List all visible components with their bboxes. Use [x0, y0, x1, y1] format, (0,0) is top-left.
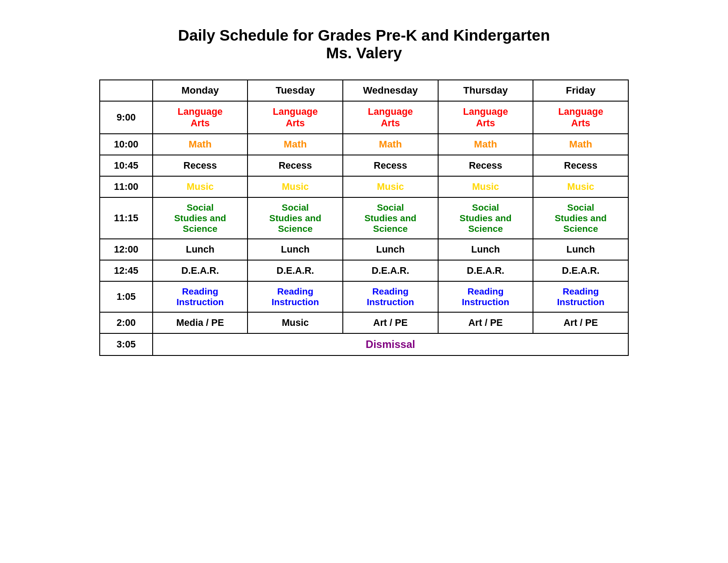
cell-wednesday-2: Recess	[343, 155, 438, 176]
title-block: Daily Schedule for Grades Pre-K and Kind…	[99, 26, 629, 62]
cell-thursday-8: Art / PE	[438, 312, 533, 333]
cell-friday-1: Math	[533, 134, 628, 155]
cell-wednesday-6: D.E.A.R.	[343, 260, 438, 281]
table-row: 10:00MathMathMathMathMath	[100, 134, 628, 155]
cell-wednesday-3: Music	[343, 176, 438, 197]
time-cell: 3:05	[100, 333, 153, 355]
cell-friday-0: LanguageArts	[533, 101, 628, 134]
cell-thursday-5: Lunch	[438, 239, 533, 260]
cell-monday-5: Lunch	[153, 239, 248, 260]
cell-tuesday-8: Music	[248, 312, 343, 333]
cell-friday-5: Lunch	[533, 239, 628, 260]
cell-friday-8: Art / PE	[533, 312, 628, 333]
cell-monday-6: D.E.A.R.	[153, 260, 248, 281]
time-cell: 10:00	[100, 134, 153, 155]
cell-tuesday-7: ReadingInstruction	[248, 281, 343, 312]
time-cell: 1:05	[100, 281, 153, 312]
header-wednesday: Wednesday	[343, 80, 438, 101]
cell-tuesday-6: D.E.A.R.	[248, 260, 343, 281]
header-thursday: Thursday	[438, 80, 533, 101]
cell-tuesday-2: Recess	[248, 155, 343, 176]
cell-wednesday-7: ReadingInstruction	[343, 281, 438, 312]
cell-thursday-1: Math	[438, 134, 533, 155]
cell-monday-7: ReadingInstruction	[153, 281, 248, 312]
table-row: 2:00Media / PEMusicArt / PEArt / PEArt /…	[100, 312, 628, 333]
table-row: 12:00LunchLunchLunchLunchLunch	[100, 239, 628, 260]
title-line2: Ms. Valery	[99, 44, 629, 62]
time-cell: 11:15	[100, 197, 153, 239]
cell-monday-1: Math	[153, 134, 248, 155]
time-cell: 10:45	[100, 155, 153, 176]
cell-wednesday-4: SocialStudies andScience	[343, 197, 438, 239]
cell-monday-8: Media / PE	[153, 312, 248, 333]
table-row: 11:15SocialStudies andScienceSocialStudi…	[100, 197, 628, 239]
cell-friday-6: D.E.A.R.	[533, 260, 628, 281]
cell-monday-0: LanguageArts	[153, 101, 248, 134]
cell-wednesday-8: Art / PE	[343, 312, 438, 333]
cell-thursday-2: Recess	[438, 155, 533, 176]
table-row: 3:05Dismissal	[100, 333, 628, 355]
cell-wednesday-1: Math	[343, 134, 438, 155]
time-cell: 11:00	[100, 176, 153, 197]
header-row: Monday Tuesday Wednesday Thursday Friday	[100, 80, 628, 101]
cell-wednesday-5: Lunch	[343, 239, 438, 260]
header-monday: Monday	[153, 80, 248, 101]
cell-thursday-3: Music	[438, 176, 533, 197]
cell-thursday-6: D.E.A.R.	[438, 260, 533, 281]
cell-monday-2: Recess	[153, 155, 248, 176]
schedule-table: Monday Tuesday Wednesday Thursday Friday…	[99, 79, 629, 356]
table-row: 1:05ReadingInstructionReadingInstruction…	[100, 281, 628, 312]
cell-monday-4: SocialStudies andScience	[153, 197, 248, 239]
cell-tuesday-1: Math	[248, 134, 343, 155]
cell-friday-7: ReadingInstruction	[533, 281, 628, 312]
time-cell: 12:00	[100, 239, 153, 260]
cell-thursday-0: LanguageArts	[438, 101, 533, 134]
title-line1: Daily Schedule for Grades Pre-K and Kind…	[99, 26, 629, 44]
table-row: 11:00MusicMusicMusicMusicMusic	[100, 176, 628, 197]
time-cell: 2:00	[100, 312, 153, 333]
page-container: Daily Schedule for Grades Pre-K and Kind…	[99, 26, 629, 356]
cell-thursday-4: SocialStudies andScience	[438, 197, 533, 239]
cell-wednesday-0: LanguageArts	[343, 101, 438, 134]
cell-monday-3: Music	[153, 176, 248, 197]
time-cell: 12:45	[100, 260, 153, 281]
time-cell: 9:00	[100, 101, 153, 134]
cell-friday-2: Recess	[533, 155, 628, 176]
cell-friday-3: Music	[533, 176, 628, 197]
table-row: 10:45RecessRecessRecessRecessRecess	[100, 155, 628, 176]
cell-tuesday-0: LanguageArts	[248, 101, 343, 134]
header-tuesday: Tuesday	[248, 80, 343, 101]
table-row: 12:45D.E.A.R.D.E.A.R.D.E.A.R.D.E.A.R.D.E…	[100, 260, 628, 281]
cell-tuesday-4: SocialStudies andScience	[248, 197, 343, 239]
header-friday: Friday	[533, 80, 628, 101]
table-row: 9:00LanguageArtsLanguageArtsLanguageArts…	[100, 101, 628, 134]
cell-tuesday-5: Lunch	[248, 239, 343, 260]
cell-tuesday-3: Music	[248, 176, 343, 197]
cell-thursday-7: ReadingInstruction	[438, 281, 533, 312]
dismissal-cell: Dismissal	[153, 333, 628, 355]
header-time	[100, 80, 153, 101]
cell-friday-4: SocialStudies andScience	[533, 197, 628, 239]
